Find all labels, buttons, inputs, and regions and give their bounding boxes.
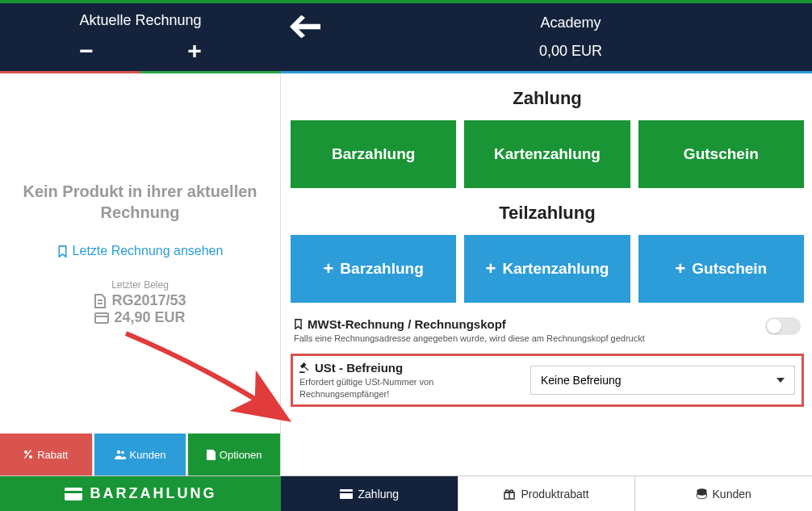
gavel-icon — [299, 362, 310, 373]
card-icon — [340, 489, 353, 499]
gift-icon — [504, 488, 515, 500]
svg-rect-0 — [95, 313, 108, 323]
plus-button[interactable]: + — [187, 39, 202, 63]
view-last-invoice-link[interactable]: Letzte Rechnung ansehen — [57, 244, 224, 258]
plus-icon: + — [486, 258, 496, 279]
svg-rect-5 — [65, 488, 82, 501]
pay-cash-button[interactable]: Barzahlung — [291, 120, 456, 188]
vat-exempt-sub: Erfordert gültige USt-Nummer von Rechnun… — [299, 376, 519, 400]
pay-voucher-button[interactable]: Gutschein — [638, 120, 804, 188]
card-icon — [65, 488, 82, 501]
partial-card-button[interactable]: +Kartenzahlung — [464, 235, 630, 303]
svg-point-2 — [29, 455, 32, 459]
main-panel: Zahlung Barzahlung Kartenzahlung Gutsche… — [281, 73, 812, 475]
vat-exempt-box: USt - Befreiung Erfordert gültige USt-Nu… — [291, 354, 804, 407]
partial-voucher-button[interactable]: +Gutschein — [638, 235, 804, 303]
vat-invoice-sub: Falls eine Rechnungsadresse angegeben wu… — [294, 333, 754, 344]
bottom-bar: BARZAHLUNG Zahlung Produktrabatt Kunden — [0, 475, 812, 511]
svg-rect-7 — [340, 489, 353, 499]
minus-button[interactable]: − — [79, 39, 94, 63]
plus-icon: + — [324, 258, 334, 279]
payment-section-title: Zahlung — [291, 88, 804, 109]
no-product-message: Kein Produkt in ihrer aktuellen Rechnung — [11, 181, 269, 223]
svg-point-1 — [24, 450, 27, 454]
options-button[interactable]: Optionen — [188, 434, 280, 475]
cash-payment-main-button[interactable]: BARZAHLUNG — [0, 476, 281, 511]
discount-button[interactable]: Rabatt — [0, 434, 94, 475]
vat-invoice-toggle[interactable] — [765, 317, 801, 335]
vat-invoice-row: MWSt-Rechnung / Rechnungskopf Falls eine… — [291, 312, 804, 349]
vat-exempt-selected: Keine Befreiung — [541, 374, 622, 387]
location-name: Academy — [540, 15, 601, 31]
customers-button[interactable]: Kunden — [94, 434, 189, 475]
invoice-total: 0,00 EUR — [539, 43, 602, 60]
bookmark-icon — [57, 245, 68, 258]
document-icon — [94, 294, 107, 308]
bookmark-icon — [294, 319, 303, 329]
arrow-left-icon — [290, 15, 320, 39]
partial-cash-button[interactable]: +Barzahlung — [291, 235, 456, 303]
header-right: Academy 0,00 EUR — [329, 3, 812, 71]
sidebar-buttons: Rabatt Kunden Optionen — [0, 434, 280, 475]
tab-payment[interactable]: Zahlung — [281, 476, 458, 511]
content: Kein Produkt in ihrer aktuellen Rechnung… — [0, 73, 812, 475]
sidebar-main: Kein Produkt in ihrer aktuellen Rechnung… — [0, 73, 280, 434]
svg-rect-6 — [65, 491, 82, 493]
svg-rect-8 — [340, 492, 353, 493]
last-receipt-label: Letzter Beleg — [111, 279, 169, 291]
header-left: Aktuelle Rechnung − + — [0, 3, 281, 71]
svg-point-4 — [121, 451, 124, 454]
percent-icon — [23, 450, 33, 459]
svg-point-3 — [116, 450, 119, 454]
tab-product-discount[interactable]: Produktrabatt — [458, 476, 635, 511]
card-icon — [94, 312, 109, 324]
database-icon — [697, 488, 707, 500]
document-icon — [207, 450, 216, 460]
plus-icon: + — [675, 258, 685, 279]
header: Aktuelle Rechnung − + Academy 0,00 EUR — [0, 3, 812, 71]
vat-exempt-select[interactable]: Keine Befreiung — [530, 366, 795, 395]
current-invoice-title: Aktuelle Rechnung — [79, 12, 201, 29]
quantity-controls: − + — [0, 39, 281, 63]
vat-invoice-title: MWSt-Rechnung / Rechnungskopf — [294, 317, 754, 331]
partial-payment-row: +Barzahlung +Kartenzahlung +Gutschein — [291, 235, 804, 303]
back-button[interactable] — [281, 3, 329, 71]
partial-payment-title: Teilzahlung — [291, 203, 804, 224]
view-last-invoice-text: Letzte Rechnung ansehen — [73, 244, 224, 258]
last-receipt-amount: 24,90 EUR — [94, 309, 185, 326]
users-icon — [115, 450, 126, 459]
tab-customers[interactable]: Kunden — [634, 476, 812, 511]
pay-card-button[interactable]: Kartenzahlung — [464, 120, 630, 188]
last-receipt-number: RG2017/53 — [94, 292, 186, 309]
sidebar: Kein Produkt in ihrer aktuellen Rechnung… — [0, 73, 281, 475]
chevron-down-icon — [776, 378, 785, 383]
vat-exempt-title: USt - Befreiung — [299, 361, 519, 375]
full-payment-row: Barzahlung Kartenzahlung Gutschein — [291, 120, 804, 188]
